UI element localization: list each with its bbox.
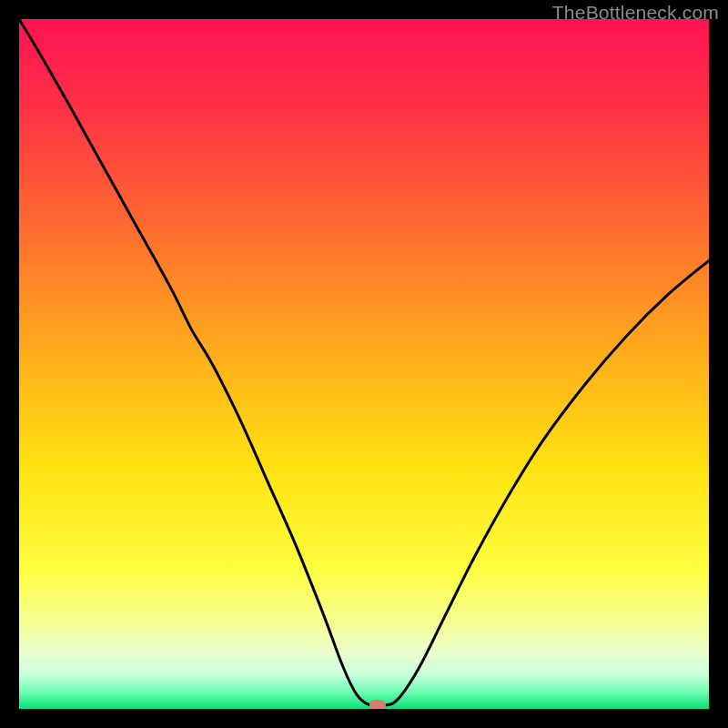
optimal-point-marker — [369, 700, 386, 709]
bottleneck-curve — [19, 19, 709, 709]
chart-frame: TheBottleneck.com — [0, 0, 728, 728]
plot-area — [19, 19, 709, 709]
